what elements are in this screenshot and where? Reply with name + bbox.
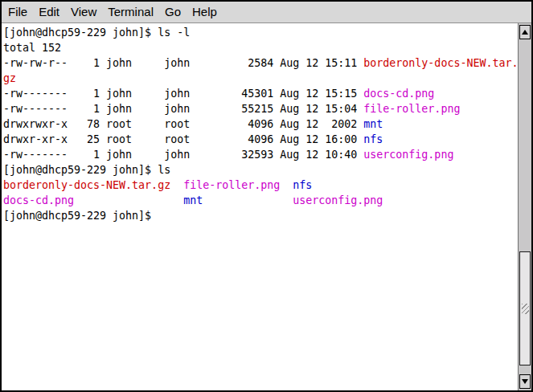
terminal-window: FileEditViewTerminalGoHelp [john@dhcp59-…	[0, 0, 533, 392]
scrollbar-thumb[interactable]	[519, 251, 531, 365]
terminal-line: -rw-rw-r-- 1 john john 2584 Aug 12 15:11…	[3, 55, 518, 71]
terminal-screen[interactable]: [john@dhcp59-229 john]$ ls -ltotal 152-r…	[2, 23, 518, 390]
grip-icon	[522, 304, 529, 314]
scrollbar-trough[interactable]	[519, 40, 531, 374]
menu-item-label: Terminal	[108, 5, 154, 18]
menu-item-label: Help	[192, 5, 217, 18]
menu-item-label: Edit	[39, 5, 59, 18]
down-arrow-icon	[522, 379, 528, 384]
scrollbar	[518, 23, 531, 390]
file-name: mnt	[363, 118, 383, 130]
terminal-line: drwxr-xr-x 25 root root 4096 Aug 12 16:0…	[3, 132, 518, 147]
file-name: userconfig.png	[293, 194, 383, 206]
terminal-line: -rw------- 1 john john 32593 Aug 12 10:4…	[3, 147, 518, 162]
terminal-text	[203, 194, 293, 206]
menu-item-label: File	[8, 5, 27, 18]
menu-item-label: View	[71, 5, 96, 18]
terminal-line: total 152	[3, 40, 518, 55]
scrollbar-down-button[interactable]	[519, 374, 531, 389]
terminal-text	[74, 194, 183, 206]
terminal-text: -rw------- 1 john john 32593 Aug 12 10:4…	[3, 149, 363, 161]
file-name: gz	[3, 72, 16, 84]
terminal-line: drwxrwxr-x 78 root root 4096 Aug 12 2002…	[3, 116, 518, 132]
terminal-line: docs-cd.png mnt userconfig.png	[3, 193, 518, 208]
menu-item-view[interactable]: View	[65, 3, 102, 21]
menu-item-edit[interactable]: Edit	[33, 3, 65, 21]
terminal-text: -rw------- 1 john john 55215 Aug 12 15:0…	[3, 103, 363, 115]
menu-item-help[interactable]: Help	[187, 3, 223, 21]
file-name: nfs	[363, 133, 383, 145]
terminal-line: -rw------- 1 john john 45301 Aug 12 15:1…	[3, 86, 518, 101]
file-name: userconfig.png	[363, 149, 453, 161]
terminal-line: gz	[3, 71, 518, 86]
terminal-text: [john@dhcp59-229 john]$ ls -l	[3, 27, 190, 39]
terminal-text	[280, 179, 293, 191]
up-arrow-icon	[522, 30, 528, 35]
file-name: file-roller.png	[183, 179, 280, 191]
terminal-text: drwxr-xr-x 25 root root 4096 Aug 12 16:0…	[3, 133, 363, 145]
terminal-line: [john@dhcp59-229 john]$ ls -l	[3, 25, 518, 40]
terminal-line: borderonly-docs-NEW.tar.gz file-roller.p…	[3, 178, 518, 193]
terminal-text: -rw------- 1 john john 45301 Aug 12 15:1…	[3, 88, 363, 100]
menu-item-go[interactable]: Go	[159, 3, 187, 21]
menu-item-file[interactable]: File	[2, 3, 33, 21]
terminal-text: [john@dhcp59-229 john]$	[3, 210, 158, 222]
menu-item-label: Go	[165, 5, 181, 18]
terminal-text: drwxrwxr-x 78 root root 4096 Aug 12 2002	[3, 118, 363, 130]
file-name: borderonly-docs-NEW.tar.gz	[3, 179, 170, 191]
file-name: file-roller.png	[363, 103, 460, 115]
file-name: nfs	[293, 179, 312, 191]
terminal-line: [john@dhcp59-229 john]$	[3, 208, 518, 223]
terminal-text: [john@dhcp59-229 john]$ ls	[3, 164, 170, 176]
terminal-text: -rw-rw-r-- 1 john john 2584 Aug 12 15:11	[3, 57, 363, 69]
terminal-text	[170, 179, 183, 191]
file-name: mnt	[183, 194, 203, 206]
terminal-line: [john@dhcp59-229 john]$ ls	[3, 162, 518, 178]
scrollbar-up-button[interactable]	[519, 25, 531, 39]
menu-bar: FileEditViewTerminalGoHelp	[2, 2, 531, 23]
menu-item-terminal[interactable]: Terminal	[102, 3, 159, 21]
file-name: docs-cd.png	[3, 194, 74, 206]
file-name: borderonly-docs-NEW.tar.	[363, 57, 518, 69]
file-name: docs-cd.png	[363, 88, 434, 100]
terminal-text: total 152	[3, 42, 61, 54]
terminal-line: -rw------- 1 john john 55215 Aug 12 15:0…	[3, 101, 518, 116]
